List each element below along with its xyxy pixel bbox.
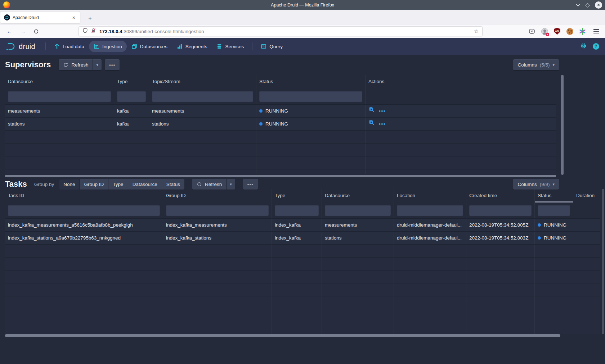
tab-apache-druid[interactable]: Apache Druid × <box>0 12 80 23</box>
nav-label: Load data <box>63 44 84 49</box>
cell-datasource: measurements <box>322 219 394 231</box>
column-header[interactable]: Location <box>394 189 466 203</box>
filter-input-status[interactable] <box>259 91 362 102</box>
row-more-icon[interactable]: ••• <box>379 118 386 130</box>
help-icon[interactable]: ? <box>593 43 599 50</box>
column-header[interactable]: Task ID <box>5 189 163 203</box>
tasks-columns-button[interactable]: Columns (9/9) ▾ <box>513 179 559 190</box>
filter-input-status[interactable] <box>538 205 570 216</box>
druid-wordmark: druid <box>19 42 35 51</box>
tasks-more-button[interactable]: ••• <box>243 179 258 190</box>
insecure-lock-icon[interactable] <box>91 28 96 35</box>
tasks-horizontal-scrollbar[interactable] <box>5 334 560 337</box>
columns-label: Columns <box>517 182 537 187</box>
druid-logo[interactable]: druid <box>6 42 35 51</box>
filter-input-task-id[interactable] <box>8 205 160 216</box>
cell-status: RUNNING <box>256 118 366 130</box>
nav-ingestion[interactable]: Ingestion <box>89 41 127 52</box>
column-header[interactable]: Datasource <box>322 189 394 203</box>
status-text: RUNNING <box>544 219 566 231</box>
filter-input-datasource[interactable] <box>325 205 391 216</box>
table-row[interactable]: index_kafka_measurements_a5616c5ba8afb8b… <box>5 218 600 231</box>
supervisors-horizontal-scrollbar[interactable] <box>5 175 556 177</box>
tasks-vertical-scrollbar[interactable] <box>602 189 604 334</box>
supervisors-refresh-caret-button[interactable]: ▾ <box>93 59 102 70</box>
table-row[interactable]: stations kafka stations RUNNING ••• <box>5 117 556 130</box>
column-header[interactable]: Group ID <box>163 189 272 203</box>
filter-input-topic[interactable] <box>152 91 253 102</box>
column-header[interactable]: Type <box>114 75 149 88</box>
settings-gear-icon[interactable] <box>580 42 587 51</box>
window-minimize-button[interactable] <box>576 4 580 6</box>
segments-icon <box>177 44 183 49</box>
window-close-button[interactable]: × <box>595 1 602 9</box>
column-header[interactable]: Created time <box>466 189 535 203</box>
status-dot <box>259 122 263 126</box>
forward-button[interactable]: → <box>19 27 27 36</box>
reload-button[interactable] <box>32 28 40 37</box>
shield-icon[interactable] <box>82 28 88 35</box>
cell-datasource: stations <box>5 118 114 130</box>
tasks-title: Tasks <box>5 179 27 189</box>
group-by-none-button[interactable]: None <box>59 179 79 190</box>
tab-close-icon[interactable]: × <box>71 15 76 21</box>
group-by-type-button[interactable]: Type <box>108 179 127 190</box>
window-maximize-button[interactable] <box>585 3 590 8</box>
tasks-refresh-button[interactable]: Refresh <box>192 179 226 190</box>
nav-query[interactable]: Query <box>256 41 287 52</box>
filter-input-group-id[interactable] <box>166 205 269 216</box>
filter-input-type[interactable] <box>275 205 319 216</box>
chevron-down-icon: ▾ <box>96 63 98 67</box>
inspect-magnifier-icon[interactable] <box>368 118 375 130</box>
column-header[interactable]: Type <box>272 189 322 203</box>
ublock-origin-icon[interactable]: uO <box>553 27 561 35</box>
nav-datasources[interactable]: Datasources <box>127 41 172 52</box>
columns-count: (5/5) <box>540 62 550 68</box>
row-more-icon[interactable]: ••• <box>379 105 386 117</box>
nav-load-data[interactable]: Load data <box>49 41 89 52</box>
column-header-sorted[interactable]: Status <box>535 189 573 203</box>
empty-row <box>5 257 600 270</box>
column-header[interactable]: Topic/Stream <box>149 75 256 88</box>
tab-bar: Apache Druid × + <box>0 10 605 24</box>
supervisors-more-button[interactable]: ••• <box>105 59 120 70</box>
column-header[interactable]: Duration <box>573 189 600 203</box>
asterisk-extension-icon[interactable] <box>578 27 586 35</box>
pocket-icon[interactable] <box>528 27 536 35</box>
supervisors-refresh-button[interactable]: Refresh <box>59 59 93 70</box>
table-row[interactable]: index_kafka_stations_a9a679b22795b63_nnk… <box>5 231 600 244</box>
filter-input-location[interactable] <box>397 205 463 216</box>
inspect-magnifier-icon[interactable] <box>368 105 375 117</box>
filter-input-created-time[interactable] <box>469 205 532 216</box>
url-text: 172.18.0.4:30899/unified-console.html#in… <box>99 29 204 34</box>
tasks-header: Tasks Group by None Group ID Type Dataso… <box>0 178 605 190</box>
identity-extension-icon[interactable]: x <box>541 27 548 35</box>
nav-services[interactable]: Services <box>212 41 248 52</box>
filter-input-datasource[interactable] <box>8 91 111 102</box>
supervisors-vertical-scrollbar[interactable] <box>561 75 564 175</box>
cookie-extension-icon[interactable] <box>566 27 574 35</box>
table-row[interactable]: measurements kafka measurements RUNNING … <box>5 104 556 117</box>
console-content: Supervisors Refresh ▾ ••• Columns (5/5) … <box>0 55 605 364</box>
group-by-datasource-button[interactable]: Datasource <box>128 179 162 190</box>
cell-duration <box>573 232 600 244</box>
refresh-icon <box>63 62 68 68</box>
new-tab-button[interactable]: + <box>85 14 95 24</box>
group-by-group-id-button[interactable]: Group ID <box>80 179 108 190</box>
menu-hamburger-icon[interactable] <box>592 27 600 35</box>
status-dot <box>259 109 263 113</box>
column-header[interactable]: Status <box>256 75 366 88</box>
bookmark-star-icon[interactable]: ☆ <box>474 28 479 35</box>
group-by-status-button[interactable]: Status <box>162 179 184 190</box>
navbar-divider <box>252 42 252 50</box>
supervisors-columns-button[interactable]: Columns (5/5) ▾ <box>513 59 559 70</box>
cell-datasource: measurements <box>5 105 114 117</box>
tab-title: Apache Druid <box>13 15 71 20</box>
filter-input-type[interactable] <box>117 91 146 102</box>
column-header[interactable]: Actions <box>366 75 556 88</box>
back-button[interactable]: ← <box>5 27 14 36</box>
nav-segments[interactable]: Segments <box>172 41 212 52</box>
tasks-refresh-caret-button[interactable]: ▾ <box>227 179 235 190</box>
url-bar[interactable]: 172.18.0.4:30899/unified-console.html#in… <box>79 26 483 36</box>
column-header[interactable]: Datasource <box>5 75 114 88</box>
